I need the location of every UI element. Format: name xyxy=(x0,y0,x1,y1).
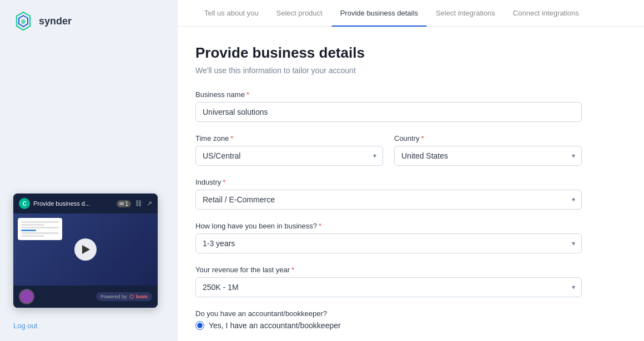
vc-title: Provide business d... xyxy=(33,200,90,207)
video-bottom: Powered by ⬡ loom xyxy=(13,286,158,308)
vc-avatar: C xyxy=(19,198,30,209)
business-name-field: Business name * xyxy=(195,90,582,122)
video-play-overlay[interactable] xyxy=(13,213,158,286)
form-subtitle: We'll use this information to tailor you… xyxy=(195,66,582,75)
business-age-select[interactable]: 1-3 years Less than 1 year 3-5 years 5+ … xyxy=(195,233,582,253)
form-title: Provide business details xyxy=(195,44,582,62)
accountant-radio-group: Yes, I have an accountant/bookkeeper xyxy=(195,321,582,330)
accountant-yes-radio[interactable] xyxy=(195,321,204,330)
synder-logo-icon xyxy=(13,11,33,31)
video-card: C Provide business d... ✉ 1 ⛓ ↗ xyxy=(13,194,158,308)
industry-field: Industry * Retail / E-Commerce SaaS Serv… xyxy=(195,178,582,210)
loom-logo: ⬡ xyxy=(129,294,134,299)
country-label: Country * xyxy=(394,134,582,142)
timezone-select-wrapper: US/Central US/Eastern US/Pacific US/Moun… xyxy=(195,146,383,166)
video-card-title-row: C Provide business d... xyxy=(19,198,90,209)
business-name-label: Business name * xyxy=(195,90,582,99)
external-icon[interactable]: ↗ xyxy=(147,200,152,207)
video-card-header: C Provide business d... ✉ 1 ⛓ ↗ xyxy=(13,194,158,213)
tab-connect-integrations[interactable]: Connect integrations xyxy=(504,0,588,26)
loom-text: loom xyxy=(136,294,148,299)
industry-select[interactable]: Retail / E-Commerce SaaS Services Health… xyxy=(195,190,582,210)
form-area: Provide business details We'll use this … xyxy=(178,27,600,341)
timezone-label: Time zone * xyxy=(195,134,383,142)
revenue-field: Your revenue for the last year * 250K - … xyxy=(195,266,582,297)
country-select-wrapper: United States Canada United Kingdom xyxy=(394,146,582,166)
vc-icons: ✉ 1 ⛓ ↗ xyxy=(117,200,152,207)
required-star: * xyxy=(223,178,225,186)
main-content: Tell us about you Select product Provide… xyxy=(178,0,644,341)
tab-select-product[interactable]: Select product xyxy=(268,0,331,26)
revenue-label: Your revenue for the last year * xyxy=(195,266,582,274)
industry-label: Industry * xyxy=(195,178,582,186)
revenue-select[interactable]: 250K - 1M Under 50K 50K - 250K 1M - 5M 5… xyxy=(195,277,582,297)
timezone-country-row: Time zone * US/Central US/Eastern US/Pac… xyxy=(195,134,582,178)
required-star: * xyxy=(319,222,321,230)
powered-text: Powered by xyxy=(100,294,127,299)
required-star: * xyxy=(246,90,249,99)
vc-badge: ✉ 1 xyxy=(117,200,131,207)
timezone-field: Time zone * US/Central US/Eastern US/Pac… xyxy=(195,134,383,166)
timezone-select[interactable]: US/Central US/Eastern US/Pacific US/Moun… xyxy=(195,146,383,166)
business-age-label: How long have you been in business? * xyxy=(195,222,582,230)
business-name-input[interactable] xyxy=(195,102,582,122)
tab-select-integrations[interactable]: Select integrations xyxy=(427,0,504,26)
logout-link[interactable]: Log out xyxy=(13,322,37,330)
loom-person-avatar xyxy=(19,289,34,304)
required-star: * xyxy=(291,266,294,274)
svg-marker-2 xyxy=(21,19,26,24)
country-field: Country * United States Canada United Ki… xyxy=(394,134,582,166)
logo-text: synder xyxy=(39,16,72,27)
play-button[interactable] xyxy=(74,238,97,261)
country-select[interactable]: United States Canada United Kingdom xyxy=(394,146,582,166)
accountant-label: Do you have an accountant/bookkeeper? xyxy=(195,309,582,318)
required-star: * xyxy=(421,134,424,142)
business-age-select-wrapper: 1-3 years Less than 1 year 3-5 years 5+ … xyxy=(195,233,582,253)
video-thumbnail xyxy=(13,213,158,286)
revenue-select-wrapper: 250K - 1M Under 50K 50K - 250K 1M - 5M 5… xyxy=(195,277,582,297)
link-icon[interactable]: ⛓ xyxy=(135,200,142,207)
business-age-field: How long have you been in business? * 1-… xyxy=(195,222,582,253)
accountant-yes-label: Yes, I have an accountant/bookkeeper xyxy=(209,321,341,330)
industry-select-wrapper: Retail / E-Commerce SaaS Services Health… xyxy=(195,190,582,210)
logo: synder xyxy=(13,11,164,31)
tab-tell-us[interactable]: Tell us about you xyxy=(195,0,268,26)
play-triangle-icon xyxy=(82,245,90,254)
wizard-tabs: Tell us about you Select product Provide… xyxy=(178,0,644,27)
tab-provide-details[interactable]: Provide business details xyxy=(331,0,427,26)
accountant-field: Do you have an accountant/bookkeeper? Ye… xyxy=(195,309,582,330)
required-star: * xyxy=(230,134,233,142)
powered-by-loom: Powered by ⬡ loom xyxy=(96,292,152,301)
sidebar: synder C Provide business d... ✉ 1 ⛓ ↗ xyxy=(0,0,178,341)
